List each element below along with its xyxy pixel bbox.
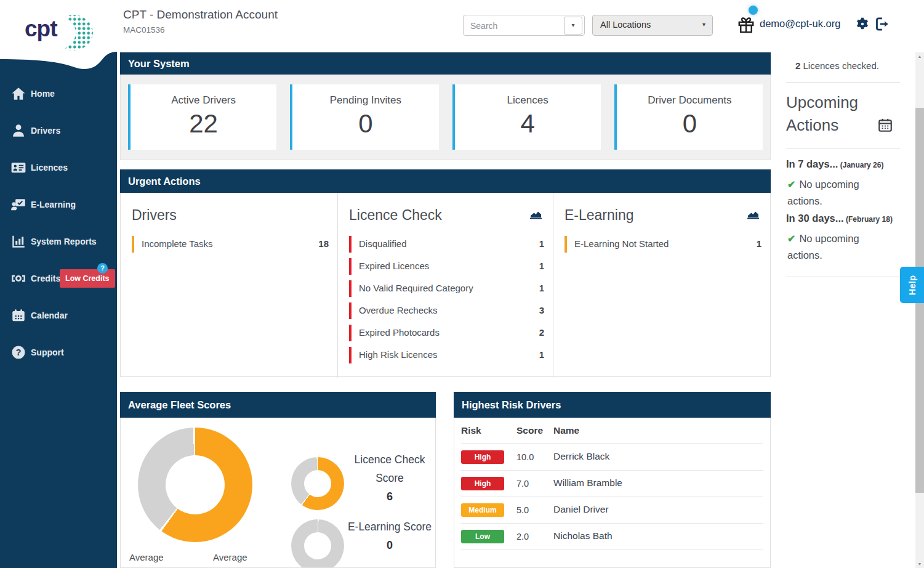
drivers-icon [10,123,26,139]
search-dropdown-button[interactable]: ▾ [564,17,582,34]
urgent-item-no-valid-category[interactable]: No Valid Required Category 1 [349,280,542,297]
sidebar-item-label: Calendar [31,310,68,320]
column-header-name: Name [553,425,579,436]
period-status: ✔No upcoming actions. [787,176,881,209]
stat-card-pending-invites[interactable]: Pending Invites 0 [290,84,438,150]
item-label: Disqualified [359,238,407,249]
fleet-scores-header: Average Fleet Scores [120,392,436,418]
scrollbar[interactable]: ▲ ▼ [915,52,924,568]
period-status: ✔No upcoming actions. [787,230,881,263]
table-row[interactable]: High 7.0 William Bramble [461,471,763,497]
item-count: 3 [539,305,544,315]
item-count: 1 [539,238,544,249]
stat-value: 0 [617,109,763,139]
stat-label: Active Drivers [131,94,276,107]
stat-card-active-drivers[interactable]: Active Drivers 22 [128,84,276,150]
low-credits-badge: Low Credits [60,269,115,288]
help-tab[interactable]: Help [900,267,924,303]
urgent-item-incomplete-tasks[interactable]: Incomplete Tasks 18 [132,236,326,253]
search-input[interactable] [469,17,563,35]
sidebar-item-home[interactable]: Home [0,81,117,106]
urgent-item-expired-licences[interactable]: Expired Licences 1 [349,258,542,275]
dashboard-page: cpt Home Drivers Licences [0,0,924,568]
licence-score-donut-chart [291,457,344,510]
stat-card-licences[interactable]: Licences 4 [452,84,601,150]
stat-value: 22 [131,109,276,139]
score-value: 6 [347,487,433,506]
table-header-row: Risk Score Name [461,418,763,444]
sidebar-item-support[interactable]: ? Support [0,340,117,365]
urgent-column-drivers: Drivers Incomplete Tasks 18 [121,193,337,378]
search-combobox: ▾ [463,15,585,36]
urgent-item-disqualified[interactable]: Disqualified 1 [349,236,542,253]
upcoming-actions-title: Upcoming Actions [786,91,875,137]
sidebar-item-licences[interactable]: Licences [0,155,117,180]
location-selected-value: All Locations [600,20,651,30]
risk-badge: High [461,477,504,490]
status-text: No upcoming actions. [787,179,859,206]
user-email[interactable]: demo@cpt-uk.org [760,18,840,30]
period-7-days: In 7 days... (January 26) [786,158,900,170]
urgent-column-elearning: E-Learning E-Learning Not Started 1 [553,193,770,378]
urgent-item-high-risk-licences[interactable]: High Risk Licences 1 [349,347,542,363]
item-count: 1 [539,349,544,360]
column-title: E-Learning [564,207,759,224]
sign-out-icon[interactable] [874,16,890,32]
stat-card-driver-documents[interactable]: Driver Documents 0 [614,84,763,150]
urgent-item-expired-photocards[interactable]: Expired Photocards 2 [349,325,542,341]
table-row[interactable]: Medium 5.0 Daniel Driver [461,497,763,524]
cpt-logo[interactable]: cpt [25,16,57,42]
sidebar-item-credits[interactable]: Credits Low Credits ? [0,266,117,291]
section-title: Average Fleet Scores [128,399,231,411]
scroll-up-arrow-icon[interactable]: ▲ [915,54,924,59]
driver-name: Daniel Driver [553,504,609,515]
svg-text:?: ? [16,347,22,357]
table-row[interactable]: Low 2.0 Nicholas Bath [461,524,763,550]
elearning-score-donut-chart [291,519,344,568]
item-label: E-Learning Not Started [574,238,669,249]
sidebar-item-label: Support [31,347,64,357]
urgent-actions-header: Urgent Actions [120,169,771,193]
sidebar-item-label: E-Learning [31,200,76,209]
donut-legend-label: Average [213,552,247,562]
sidebar-item-drivers[interactable]: Drivers [0,118,117,143]
sidebar-item-system-reports[interactable]: System Reports [0,229,117,254]
driver-score: 7.0 [516,479,529,489]
driver-name: Derrick Black [553,451,609,462]
score-value: 0 [347,536,433,554]
urgent-item-overdue-rechecks[interactable]: Overdue Rechecks 3 [349,302,542,319]
risk-drivers-header: Highest Risk Drivers [454,392,771,418]
column-header-score: Score [516,425,543,436]
risk-badge: High [461,450,504,464]
urgent-item-elearning-not-started[interactable]: E-Learning Not Started 1 [564,236,759,253]
item-label: No Valid Required Category [359,283,473,293]
item-count: 1 [539,261,544,271]
help-question-icon[interactable]: ? [97,263,108,274]
scroll-down-arrow-icon[interactable]: ▼ [915,562,924,566]
item-label: Expired Licences [359,261,429,271]
page-title: CPT - Demonstration Account [123,8,278,22]
item-label: Overdue Rechecks [359,305,438,315]
status-text: No upcoming actions. [787,233,859,261]
your-system-header: Your System [120,52,771,75]
sidebar-item-elearning[interactable]: E-Learning [0,192,117,217]
driver-name: William Bramble [553,477,622,489]
score-label: Licence Check Score [347,450,433,487]
settings-gear-icon[interactable] [854,16,870,32]
home-icon [10,86,26,102]
sidebar-item-label: Home [31,89,55,99]
stat-label: Licences [455,94,601,107]
sidebar-item-calendar[interactable]: Calendar [0,303,117,328]
area-chart-icon[interactable] [530,209,542,219]
location-select[interactable]: All Locations ▾ [592,15,713,36]
licences-icon [10,160,26,176]
section-title: Urgent Actions [128,176,201,187]
area-chart-icon[interactable] [747,209,759,219]
elearning-score-block: E-Learning Score 0 [347,517,433,554]
table-row[interactable]: High 10.0 Derrick Black [461,444,763,471]
licences-checked-status: 2 Licences checked. [795,60,903,71]
account-id: MAC01536 [123,25,165,34]
gift-icon[interactable] [737,16,755,34]
driver-score: 2.0 [516,532,529,542]
risk-badge: Low [461,530,504,543]
